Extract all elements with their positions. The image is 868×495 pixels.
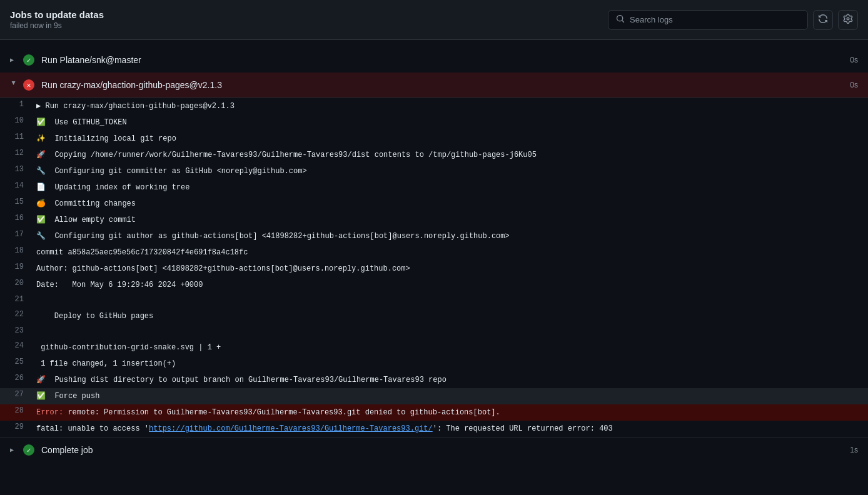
line-content: Error: remote: Permission to Guilherme-T… [31, 405, 868, 420]
line-number: 1 [0, 99, 31, 110]
line-number: 25 [0, 356, 31, 368]
log-line[interactable]: 29 fatal: unable to access 'https://gith… [0, 421, 868, 437]
line-number: 21 [0, 294, 31, 305]
line-content: 🔧 Configuring git committer as GitHub <n… [31, 164, 868, 179]
log-line[interactable]: 24 github-contribution-grid-snake.svg | … [0, 339, 868, 356]
line-number: 26 [0, 372, 31, 384]
log-line[interactable]: 13 🔧 Configuring git committer as GitHub… [0, 163, 868, 179]
line-content: ▶ Run crazy-max/ghaction-github-pages@v2… [31, 99, 868, 114]
page-subtitle: failed now in 9s [10, 21, 104, 30]
check-icon: ✓ [23, 444, 34, 456]
line-content: 🔧 Configuring git author as github-actio… [31, 229, 868, 244]
step-duration: 0s [850, 81, 858, 89]
line-number: 23 [0, 325, 31, 336]
log-line-error[interactable]: 28 Error: remote: Permission to Guilherm… [0, 404, 868, 421]
step-complete-job[interactable]: ▶ ✓ Complete job 1s [0, 438, 868, 462]
line-content: Date: Mon May 6 19:29:46 2024 +0000 [31, 278, 868, 292]
chevron-down-icon: ▶ [10, 81, 18, 89]
error-url-link[interactable]: https://github.com/Guilherme-Tavares93/G… [149, 424, 433, 433]
log-area: 1 ▶ Run crazy-max/ghaction-github-pages@… [0, 98, 868, 438]
line-content: ✅ Force push [31, 389, 868, 404]
line-number: 27 [0, 389, 31, 400]
log-line[interactable]: 15 🍊 Committing changes [0, 196, 868, 212]
line-content: ✨ Initializing local git repo [31, 131, 868, 146]
line-content [31, 294, 868, 296]
header-controls [608, 10, 858, 30]
settings-button[interactable] [838, 10, 858, 30]
log-line[interactable]: 22 Deploy to GitHub pages [0, 308, 868, 324]
status-success-icon: ✓ [23, 54, 35, 66]
error-label: Error: [36, 408, 63, 417]
line-content: 🍊 Committing changes [31, 196, 868, 211]
line-content: github-contribution-grid-snake.svg | 1 + [31, 340, 868, 355]
line-number: 10 [0, 115, 31, 126]
line-content: 🚀 Pushing dist directory to output branc… [31, 372, 868, 388]
log-line[interactable]: 25 1 file changed, 1 insertion(+) [0, 356, 868, 372]
line-number: 28 [0, 405, 31, 416]
line-number: 18 [0, 245, 31, 256]
page-title: Jobs to update datas [10, 9, 104, 20]
log-line[interactable]: 19 Author: github-actions[bot] <41898282… [0, 261, 868, 277]
line-number: 13 [0, 164, 31, 175]
step-duration: 0s [850, 56, 858, 64]
log-line[interactable]: 21 [0, 293, 868, 308]
status-error-icon: ✕ [23, 79, 35, 91]
check-icon: ✓ [23, 54, 34, 66]
header-left: Jobs to update datas failed now in 9s [10, 9, 104, 30]
chevron-right-icon: ▶ [10, 56, 18, 64]
error-circle-icon: ✕ [23, 79, 34, 91]
step-duration: 1s [850, 446, 858, 454]
line-content: commit a858a25aec95e56c717320842f4e691f8… [31, 245, 868, 260]
line-number: 22 [0, 309, 31, 320]
log-line-highlighted[interactable]: 27 ✅ Force push [0, 388, 868, 404]
line-content: fatal: unable to access 'https://github.… [31, 421, 868, 436]
fatal-prefix: fatal: unable to access ' [36, 424, 149, 433]
line-content: ✅ Allow empty commit [31, 212, 868, 228]
log-line[interactable]: 20 Date: Mon May 6 19:29:46 2024 +0000 [0, 277, 868, 293]
refresh-button[interactable] [813, 10, 833, 30]
fatal-suffix: ': The requested URL returned error: 403 [433, 424, 613, 433]
line-number: 20 [0, 278, 31, 289]
line-number: 17 [0, 229, 31, 240]
log-line[interactable]: 26 🚀 Pushing dist directory to output br… [0, 372, 868, 388]
status-success-icon: ✓ [23, 444, 35, 456]
line-content: 📄 Updating index of working tree [31, 180, 868, 195]
line-content: 1 file changed, 1 insertion(+) [31, 356, 868, 371]
step-label: Complete job [41, 445, 850, 455]
line-content: 🚀 Copying /home/runner/work/Guilherme-Ta… [31, 148, 868, 162]
line-number: 24 [0, 340, 31, 351]
line-content: Author: github-actions[bot] <41898282+gi… [31, 261, 868, 276]
chevron-right-icon: ▶ [10, 446, 18, 454]
log-line[interactable]: 14 📄 Updating index of working tree [0, 179, 868, 196]
line-content [31, 325, 868, 328]
search-icon [616, 14, 625, 26]
error-message: remote: Permission to Guilherme-Tavares9… [63, 408, 500, 417]
log-line[interactable]: 10 ✅ Use GITHUB_TOKEN [0, 114, 868, 131]
steps-container: ▶ ✓ Run Platane/snk@master 0s ▶ ✕ Run cr… [0, 40, 868, 470]
log-line[interactable]: 17 🔧 Configuring git author as github-ac… [0, 228, 868, 244]
log-line[interactable]: 1 ▶ Run crazy-max/ghaction-github-pages@… [0, 98, 868, 114]
refresh-icon [818, 14, 828, 26]
search-box[interactable] [608, 10, 808, 30]
line-number: 16 [0, 212, 31, 224]
gear-icon [843, 14, 853, 26]
line-number: 19 [0, 261, 31, 272]
log-line[interactable]: 11 ✨ Initializing local git repo [0, 131, 868, 147]
line-number: 12 [0, 148, 31, 159]
log-line[interactable]: 18 commit a858a25aec95e56c717320842f4e69… [0, 244, 868, 261]
line-number: 14 [0, 180, 31, 191]
line-number: 15 [0, 196, 31, 208]
line-content: ✅ Use GITHUB_TOKEN [31, 115, 868, 130]
log-line[interactable]: 23 [0, 324, 868, 339]
step-run-crazy-max[interactable]: ▶ ✕ Run crazy-max/ghaction-github-pages@… [0, 72, 868, 98]
line-number: 29 [0, 421, 31, 432]
log-line[interactable]: 12 🚀 Copying /home/runner/work/Guilherme… [0, 147, 868, 163]
log-line[interactable]: 16 ✅ Allow empty commit [0, 212, 868, 228]
step-label: Run Platane/snk@master [41, 55, 850, 65]
step-label: Run crazy-max/ghaction-github-pages@v2.1… [41, 80, 850, 90]
line-number: 11 [0, 131, 31, 142]
line-content: Deploy to GitHub pages [31, 309, 868, 324]
search-input[interactable] [630, 15, 800, 24]
header: Jobs to update datas failed now in 9s [0, 0, 868, 40]
step-run-platane[interactable]: ▶ ✓ Run Platane/snk@master 0s [0, 48, 868, 72]
